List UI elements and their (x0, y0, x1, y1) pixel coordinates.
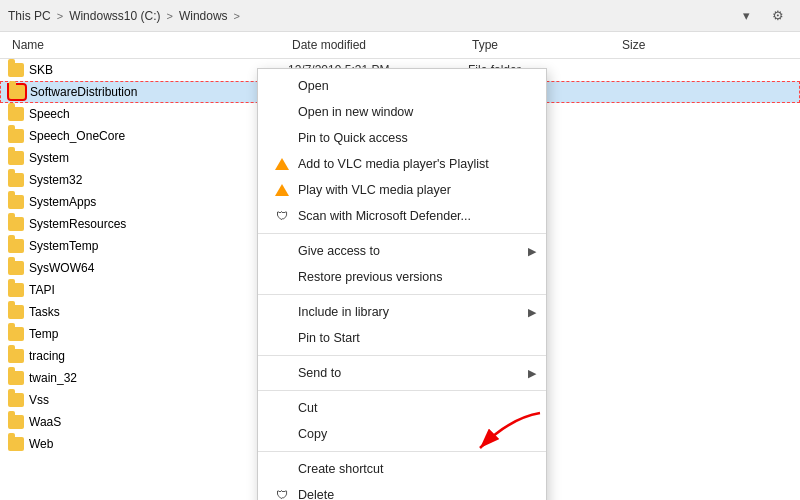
folder-icon (8, 173, 24, 187)
ctx-label: Scan with Microsoft Defender... (298, 209, 471, 223)
ctx-label: Restore previous versions (298, 270, 443, 284)
sep1: > (57, 10, 63, 22)
vlc-icon (275, 184, 289, 196)
folder-icon (8, 239, 24, 253)
ctx-label: Pin to Start (298, 331, 360, 345)
ctx-label: Give access to (298, 244, 380, 258)
breadcrumb: This PC > Windowss10 (C:) > Windows > (8, 9, 240, 23)
ctx-item-give_access[interactable]: Give access to▶ (258, 238, 546, 264)
file-name: SKB (29, 63, 53, 77)
ctx-item-include_library[interactable]: Include in library▶ (258, 299, 546, 325)
defender-icon: 🛡 (276, 209, 288, 223)
file-name: Vss (29, 393, 49, 407)
file-name: SystemResources (29, 217, 126, 231)
ctx-item-play_vlc[interactable]: Play with VLC media player (258, 177, 546, 203)
ctx-item-copy[interactable]: Copy (258, 421, 546, 447)
file-name: WaaS (29, 415, 61, 429)
submenu-arrow: ▶ (528, 306, 536, 319)
ctx-item-scan_defender[interactable]: 🛡Scan with Microsoft Defender... (258, 203, 546, 229)
ctx-icon (274, 104, 290, 120)
ctx-separator (258, 233, 546, 234)
file-name: Speech_OneCore (29, 129, 125, 143)
ctx-separator (258, 294, 546, 295)
file-name: SysWOW64 (29, 261, 94, 275)
ctx-icon: 🛡 (274, 487, 290, 500)
ctx-label: Send to (298, 366, 341, 380)
shield-icon: 🛡 (276, 488, 288, 500)
vlc-icon (275, 158, 289, 170)
file-name: System32 (29, 173, 82, 187)
ctx-separator (258, 355, 546, 356)
folder-icon (8, 107, 24, 121)
ctx-icon (274, 269, 290, 285)
ctx-label: Copy (298, 427, 327, 441)
ctx-label: Open (298, 79, 329, 93)
col-type: Type (468, 36, 618, 54)
file-name: tracing (29, 349, 65, 363)
ctx-item-pin_start[interactable]: Pin to Start (258, 325, 546, 351)
ctx-item-delete[interactable]: 🛡Delete (258, 482, 546, 500)
ctx-item-create_shortcut[interactable]: Create shortcut (258, 456, 546, 482)
ctx-label: Pin to Quick access (298, 131, 408, 145)
ctx-icon (274, 243, 290, 259)
ctx-label: Delete (298, 488, 334, 500)
folder-icon (8, 371, 24, 385)
folder-icon (8, 415, 24, 429)
ctx-icon (274, 182, 290, 198)
folder-icon (8, 305, 24, 319)
ctx-icon (274, 426, 290, 442)
ctx-label: Add to VLC media player's Playlist (298, 157, 489, 171)
folder-icon (8, 437, 24, 451)
file-name: TAPI (29, 283, 55, 297)
sep3: > (234, 10, 240, 22)
folder-icon (8, 151, 24, 165)
file-name: twain_32 (29, 371, 77, 385)
folder-icon (8, 283, 24, 297)
ctx-item-open_new_window[interactable]: Open in new window (258, 99, 546, 125)
breadcrumb-windows[interactable]: Windows (179, 9, 228, 23)
ctx-item-pin_quick_access[interactable]: Pin to Quick access (258, 125, 546, 151)
ctx-label: Include in library (298, 305, 389, 319)
dropdown-btn[interactable]: ▾ (732, 4, 760, 28)
ctx-icon (274, 156, 290, 172)
folder-icon (9, 85, 25, 99)
submenu-arrow: ▶ (528, 367, 536, 380)
submenu-arrow: ▶ (528, 245, 536, 258)
breadcrumb-thispc[interactable]: This PC (8, 9, 51, 23)
column-headers: Name Date modified Type Size (0, 32, 800, 59)
folder-icon (8, 195, 24, 209)
folder-icon (8, 129, 24, 143)
ctx-item-open[interactable]: Open (258, 73, 546, 99)
context-menu: OpenOpen in new windowPin to Quick acces… (257, 68, 547, 500)
ctx-icon (274, 78, 290, 94)
file-name: Speech (29, 107, 70, 121)
ctx-separator (258, 451, 546, 452)
main-area: Name Date modified Type Size SKB 12/7/20… (0, 32, 800, 500)
folder-icon (8, 217, 24, 231)
ctx-item-send_to[interactable]: Send to▶ (258, 360, 546, 386)
settings-btn[interactable]: ⚙ (764, 4, 792, 28)
ctx-item-restore_versions[interactable]: Restore previous versions (258, 264, 546, 290)
folder-icon (8, 393, 24, 407)
breadcrumb-drive[interactable]: Windowss10 (C:) (69, 9, 160, 23)
col-date: Date modified (288, 36, 468, 54)
ctx-icon (274, 130, 290, 146)
folder-icon (8, 349, 24, 363)
file-name: SoftwareDistribution (30, 85, 137, 99)
sep2: > (166, 10, 172, 22)
folder-icon (8, 63, 24, 77)
ctx-label: Play with VLC media player (298, 183, 451, 197)
col-name: Name (8, 36, 288, 54)
file-name: Tasks (29, 305, 60, 319)
ctx-icon (274, 304, 290, 320)
col-size: Size (618, 36, 698, 54)
file-name: Web (29, 437, 53, 451)
ctx-item-cut[interactable]: Cut (258, 395, 546, 421)
ctx-item-add_vlc_playlist[interactable]: Add to VLC media player's Playlist (258, 151, 546, 177)
ctx-label: Cut (298, 401, 317, 415)
file-name: SystemApps (29, 195, 96, 209)
ctx-icon (274, 330, 290, 346)
file-name: Temp (29, 327, 58, 341)
ctx-icon (274, 365, 290, 381)
ctx-label: Create shortcut (298, 462, 383, 476)
